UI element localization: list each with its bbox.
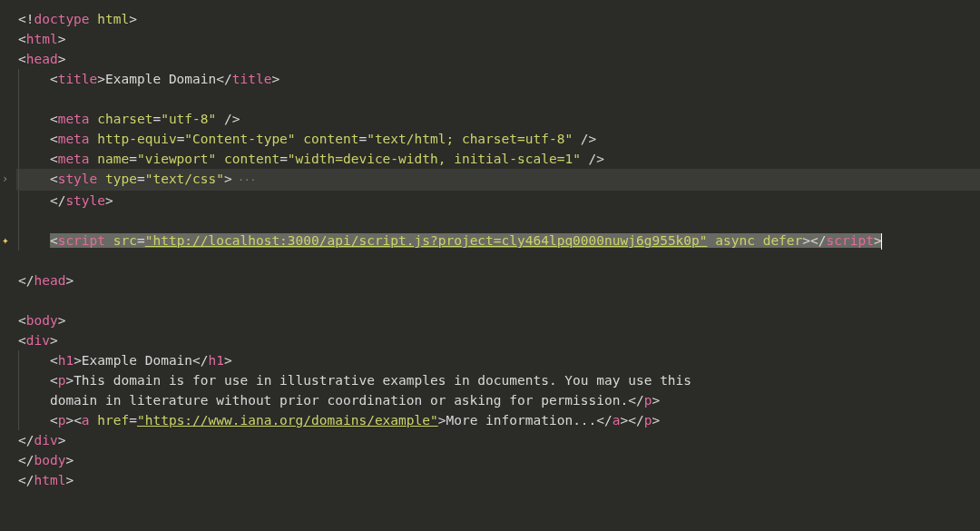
- html-tag: meta: [58, 132, 90, 146]
- code-editor[interactable]: <!doctype html> <html> <head> <title>Exa…: [0, 9, 980, 490]
- html-tag: h1: [58, 353, 74, 368]
- code-line[interactable]: <meta charset="utf-8" />: [16, 109, 980, 129]
- html-tag: html: [34, 473, 65, 487]
- code-line[interactable]: </style>: [16, 191, 980, 211]
- html-tag: meta: [58, 152, 90, 166]
- code-line[interactable]: <html>: [16, 29, 980, 49]
- script-src-url: "http://localhost:3000/api/script.js?pro…: [145, 233, 708, 248]
- code-line[interactable]: domain in literature without prior coord…: [16, 390, 980, 410]
- code-line[interactable]: <!doctype html>: [16, 9, 980, 29]
- html-tag: html: [26, 32, 58, 46]
- code-line[interactable]: <body>: [16, 310, 980, 330]
- code-line[interactable]: <div>: [16, 330, 980, 350]
- punctuation: <!: [18, 12, 34, 26]
- html-tag: head: [34, 273, 65, 288]
- code-line[interactable]: <meta name="viewport" content="width=dev…: [16, 149, 980, 169]
- code-line[interactable]: <p><a href="https://www.iana.org/domains…: [16, 410, 980, 430]
- sparkle-icon[interactable]: ✦: [2, 231, 9, 251]
- code-line[interactable]: </div>: [16, 430, 980, 450]
- title-text: Example Domain: [105, 72, 216, 86]
- doctype-keyword: doctype: [34, 12, 89, 26]
- code-line[interactable]: </body>: [16, 450, 980, 470]
- attr-name: charset: [97, 112, 152, 126]
- html-tag: body: [26, 313, 58, 328]
- code-line[interactable]: <meta http-equiv="Content-type" content=…: [16, 129, 980, 149]
- code-line-current[interactable]: › <style type="text/css"> ···: [16, 169, 980, 191]
- code-line-blank[interactable]: [16, 290, 980, 310]
- code-line-blank[interactable]: [16, 211, 980, 231]
- code-line-selected[interactable]: ✦ <script src="http://localhost:3000/api…: [16, 231, 980, 251]
- code-line[interactable]: <title>Example Domain</title>: [16, 69, 980, 89]
- folded-code-indicator[interactable]: ···: [232, 174, 257, 186]
- code-line-blank[interactable]: [16, 89, 980, 109]
- html-tag: style: [58, 172, 98, 186]
- code-line[interactable]: <p>This domain is for use in illustrativ…: [16, 370, 980, 390]
- doctype-value: html: [97, 12, 129, 26]
- html-tag: div: [26, 333, 50, 348]
- code-line-blank[interactable]: [16, 251, 980, 270]
- code-line[interactable]: </html>: [16, 470, 980, 490]
- fold-chevron-icon[interactable]: ›: [2, 169, 8, 189]
- code-line[interactable]: <head>: [16, 49, 980, 69]
- href-url: "https://www.iana.org/domains/example": [137, 413, 438, 428]
- html-tag: head: [26, 52, 58, 66]
- html-tag: div: [34, 433, 57, 447]
- html-tag: script: [58, 233, 105, 248]
- code-line[interactable]: <h1>Example Domain</h1>: [16, 350, 980, 370]
- html-tag: style: [65, 193, 105, 208]
- text-cursor: [881, 233, 882, 250]
- code-line[interactable]: </head>: [16, 270, 980, 290]
- html-tag: body: [34, 453, 65, 467]
- html-tag: meta: [58, 112, 90, 126]
- html-tag: title: [58, 72, 98, 86]
- attr-value: "utf-8": [161, 112, 216, 126]
